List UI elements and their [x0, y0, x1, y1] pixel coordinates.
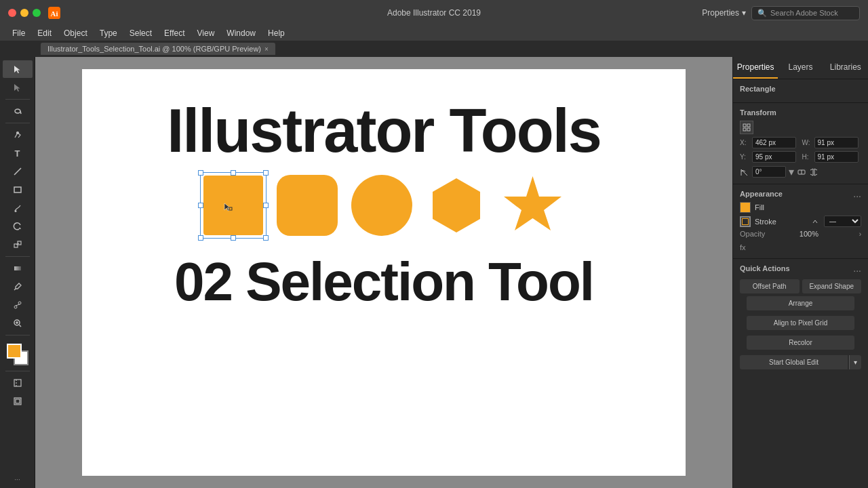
align-pixel-grid-button[interactable]: Align to Pixel Grid — [747, 316, 854, 330]
stroke-row: Stroke — — [740, 216, 861, 227]
appearance-more-button[interactable]: ··· — [853, 190, 861, 201]
minimize-button[interactable] — [20, 9, 28, 17]
fill-row: Fill — [740, 202, 861, 213]
menu-window[interactable]: Window — [221, 27, 261, 39]
menu-help[interactable]: Help — [262, 27, 290, 39]
handle-bot-right[interactable] — [263, 235, 269, 241]
recolor-button[interactable]: Recolor — [747, 336, 854, 350]
arrange-button[interactable]: Arrange — [747, 296, 854, 310]
fill-color-swatch[interactable] — [740, 202, 751, 213]
h-value-input[interactable] — [814, 151, 859, 163]
cursor-indicator — [222, 201, 233, 214]
x-value-input[interactable] — [752, 137, 796, 148]
handle-mid-right[interactable] — [263, 203, 269, 208]
brush-tool-button[interactable] — [3, 199, 33, 217]
expand-shape-button[interactable]: Expand Shape — [802, 279, 862, 293]
appearance-title: Appearance — [740, 190, 783, 198]
handle-bot-left[interactable] — [198, 235, 203, 241]
menu-effect[interactable]: Effect — [159, 27, 190, 39]
svg-point-7 — [14, 210, 16, 212]
maximize-button[interactable] — [33, 9, 41, 17]
fx-row: fx — [740, 241, 861, 253]
tab-properties[interactable]: Properties — [733, 57, 778, 79]
menu-file[interactable]: File — [7, 27, 31, 39]
tab-close-button[interactable]: × — [264, 45, 269, 53]
scale-tool-button[interactable] — [3, 236, 33, 253]
tab-libraries[interactable]: Libraries — [823, 57, 868, 79]
menu-select[interactable]: Select — [124, 27, 157, 39]
zoom-tool-button[interactable] — [3, 314, 33, 332]
line-tool-button[interactable] — [3, 163, 33, 180]
canvas-main-title: Illustrator Tools — [167, 96, 600, 166]
toolbar-separator-1 — [5, 99, 30, 100]
angle-input[interactable] — [752, 166, 786, 178]
handle-mid-left[interactable] — [198, 203, 203, 208]
document-tab[interactable]: Illustrator_Tools_Selection_Tool.ai @ 10… — [41, 43, 275, 55]
h-label: H: — [802, 153, 812, 161]
foreground-color-box[interactable] — [7, 344, 22, 359]
eyedropper-tool-button[interactable] — [3, 278, 33, 296]
transform-grid-icon[interactable] — [740, 121, 753, 134]
appearance-section: Appearance ··· Fill Stroke — Opacity 100… — [733, 184, 868, 259]
type-icon: T — [15, 148, 20, 159]
rotate-tool-button[interactable] — [3, 218, 33, 235]
gradient-tool-button[interactable] — [3, 260, 33, 277]
flip-icon[interactable] — [809, 167, 818, 177]
arrange-row: Arrange — [733, 296, 868, 316]
rect-tool-button[interactable] — [3, 181, 33, 199]
rectangle-shape[interactable] — [203, 176, 263, 235]
circle-shape[interactable] — [351, 175, 412, 236]
handle-top-mid[interactable] — [231, 170, 236, 176]
constrain-icon[interactable] — [797, 167, 806, 177]
more-tools-button[interactable]: ··· — [3, 470, 33, 488]
w-value-input[interactable] — [814, 137, 859, 148]
chevron-down-icon: ▾ — [742, 8, 746, 18]
panel-tabs: Properties Layers Libraries — [733, 57, 868, 79]
selected-shape-wrapper[interactable] — [203, 176, 263, 235]
screen-mode-button[interactable] — [3, 374, 33, 392]
offset-path-button[interactable]: Offset Path — [740, 279, 800, 293]
titlebar-title: Adobe Illustrator CC 2019 — [387, 8, 481, 18]
hexagon-shape[interactable] — [426, 175, 487, 236]
blend-tool-button[interactable] — [3, 296, 33, 314]
y-value-input[interactable] — [752, 151, 796, 163]
lasso-tool-button[interactable] — [3, 102, 33, 120]
rounded-rect-shape[interactable] — [277, 175, 338, 236]
canvas-subtitle: 02 Selection Tool — [174, 251, 593, 313]
menu-edit[interactable]: Edit — [32, 27, 57, 39]
search-adobe-input[interactable]: 🔍 Search Adobe Stock — [751, 6, 860, 20]
stroke-dropdown[interactable]: — — [824, 216, 861, 227]
opacity-row: Opacity 100% › — [740, 230, 861, 238]
quick-actions-more-button[interactable]: ··· — [853, 265, 861, 276]
main-layout: T — [0, 57, 868, 488]
handle-top-left[interactable] — [198, 170, 203, 176]
svg-rect-6 — [14, 187, 21, 192]
close-button[interactable] — [8, 9, 16, 17]
svg-line-5 — [14, 168, 21, 175]
direct-selection-tool-button[interactable] — [3, 79, 33, 96]
tab-layers[interactable]: Layers — [778, 57, 823, 79]
menu-view[interactable]: View — [192, 27, 220, 39]
start-global-edit-button[interactable]: Start Global Edit — [740, 355, 848, 369]
svg-marker-24 — [433, 178, 480, 232]
angle-chevron[interactable]: ▾ — [789, 165, 794, 178]
menu-object[interactable]: Object — [58, 27, 93, 39]
pen-tool-button[interactable] — [3, 126, 33, 144]
artboard-tool-button[interactable] — [3, 392, 33, 410]
opacity-expand-button[interactable]: › — [859, 230, 861, 238]
handle-top-right[interactable] — [263, 170, 269, 176]
canvas-area[interactable]: Illustrator Tools — [35, 57, 732, 488]
selection-tool-button[interactable] — [3, 60, 33, 78]
stroke-color-swatch[interactable] — [740, 216, 751, 227]
start-global-edit-dropdown-arrow[interactable]: ▾ — [849, 355, 861, 369]
handle-bot-mid[interactable] — [231, 235, 236, 241]
align-pixel-row: Align to Pixel Grid — [733, 316, 868, 336]
star-shape[interactable] — [500, 173, 565, 237]
svg-line-16 — [19, 325, 21, 327]
essentials-dropdown[interactable]: Properties ▾ — [702, 8, 746, 18]
stroke-up-arrow[interactable] — [810, 217, 820, 226]
svg-line-3 — [20, 111, 21, 114]
menu-type[interactable]: Type — [94, 27, 123, 39]
type-tool-button[interactable]: T — [3, 144, 33, 162]
app-icon: Ai — [47, 6, 61, 20]
